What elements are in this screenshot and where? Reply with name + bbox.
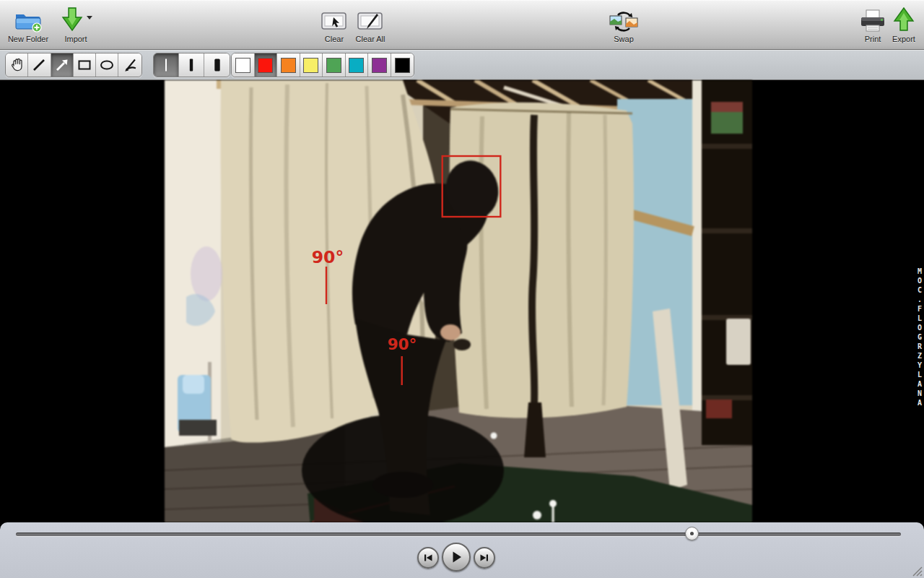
swap-icon	[603, 4, 644, 33]
yellow-swatch	[303, 58, 318, 73]
next-frame-icon	[479, 552, 490, 564]
import-label: Import	[55, 35, 97, 43]
thickness-thick[interactable]	[204, 53, 230, 77]
red-swatch	[258, 58, 273, 73]
tool-line[interactable]	[28, 53, 51, 77]
tool-rectangle[interactable]	[74, 53, 96, 77]
angle-label-2[interactable]: 90°	[388, 335, 417, 353]
color-yellow[interactable]	[300, 53, 323, 77]
white-swatch	[235, 58, 250, 73]
clear-all-label: Clear All	[349, 35, 391, 43]
angle-icon	[122, 57, 138, 73]
rectangle-icon	[77, 57, 92, 73]
orange-swatch	[281, 58, 296, 73]
import-button[interactable]: Import	[55, 4, 97, 47]
tool-arrow[interactable]	[51, 53, 74, 77]
color-white[interactable]	[232, 53, 255, 77]
color-red[interactable]	[255, 53, 278, 77]
color-purple[interactable]	[368, 53, 391, 77]
thick-line-icon	[209, 57, 225, 73]
import-dropdown-caret	[87, 16, 92, 20]
angle-label-1[interactable]: 90°	[312, 247, 344, 267]
swap-button[interactable]: Swap	[603, 4, 644, 47]
video-canvas[interactable]: 90° 90° M O C . F L O G R Z Y L A N A	[0, 80, 924, 522]
purple-swatch	[372, 58, 387, 73]
play-icon	[449, 550, 463, 564]
tool-group	[5, 53, 142, 77]
tool-angle[interactable]	[118, 53, 141, 77]
thickness-group	[153, 53, 230, 77]
tool-ellipse[interactable]	[96, 53, 118, 77]
clear-all-icon	[349, 4, 391, 33]
hand-icon	[9, 57, 25, 73]
clear-all-button[interactable]: Clear All	[349, 4, 391, 47]
import-icon	[55, 4, 97, 33]
line-icon	[31, 57, 47, 73]
arrow-icon	[54, 57, 70, 73]
medium-line-icon	[183, 57, 199, 73]
resize-grip[interactable]	[912, 566, 923, 577]
color-orange[interactable]	[277, 53, 300, 77]
black-swatch	[395, 58, 410, 73]
export-button[interactable]: Export	[885, 4, 923, 47]
thickness-medium[interactable]	[179, 53, 204, 77]
clear-icon	[315, 4, 354, 33]
previous-frame-button[interactable]	[417, 547, 439, 569]
export-label: Export	[885, 35, 923, 43]
previous-frame-icon	[422, 552, 434, 564]
teal-swatch	[349, 58, 364, 73]
clear-label: Clear	[315, 35, 354, 43]
play-button[interactable]	[442, 543, 471, 571]
thickness-thin[interactable]	[154, 53, 179, 77]
thin-line-icon	[158, 57, 174, 73]
color-black[interactable]	[391, 53, 414, 77]
annotation-overlay: 90° 90°	[165, 80, 752, 522]
color-teal[interactable]	[346, 53, 369, 77]
next-frame-button[interactable]	[474, 547, 495, 569]
scrubber-track[interactable]	[16, 532, 901, 536]
new-folder-button[interactable]: New Folder	[4, 4, 52, 47]
head-annotation-rectangle[interactable]	[443, 156, 501, 217]
clear-button[interactable]: Clear	[315, 4, 354, 47]
new-folder-label: New Folder	[4, 35, 52, 43]
export-icon	[885, 4, 923, 33]
color-group	[231, 53, 414, 77]
watermark: M O C . F L O G R Z Y L A N A	[918, 267, 922, 407]
color-green[interactable]	[323, 53, 346, 77]
transport-bar	[0, 522, 924, 578]
green-swatch	[326, 58, 341, 73]
analyzr-golf-window: New Folder Import Clear	[0, 0, 924, 578]
scrubber-knob[interactable]	[685, 527, 699, 540]
main-toolbar: New Folder Import Clear	[0, 0, 924, 50]
new-folder-icon	[4, 4, 52, 33]
drawing-toolbar	[0, 50, 924, 80]
tool-hand[interactable]	[6, 53, 28, 77]
swap-label: Swap	[603, 35, 644, 43]
ellipse-icon	[99, 57, 115, 73]
